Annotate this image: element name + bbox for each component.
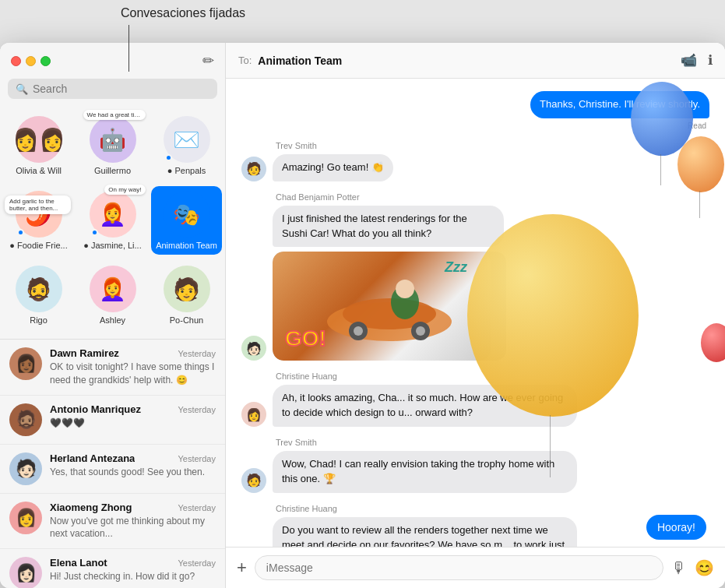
traffic-lights — [11, 56, 51, 66]
chad-content: I just finished the latest renderings fo… — [273, 206, 629, 361]
pinned-item-penpals[interactable]: ✉️ ● Penpals — [151, 111, 222, 180]
bubble-chad-1: I just finished the latest renderings fo… — [273, 206, 504, 248]
search-input[interactable] — [33, 83, 209, 95]
pinned-name-olivia-will: Olivia & Will — [16, 166, 62, 175]
message-input[interactable] — [255, 555, 663, 580]
pinned-item-olivia-will[interactable]: 👩‍👩 Olivia & Will — [3, 111, 74, 180]
sidebar: ✏ 🔍 👩‍👩 Olivia & Will 🤖 — [0, 43, 226, 588]
annotation-text: Convesaciones fijadas — [121, 6, 245, 19]
sushi-car-image: GO! Zzz — [273, 252, 491, 361]
avatar-dawn-ramirez: 👩🏾 — [9, 347, 42, 380]
conv-content-antonio-manriquez: Antonio Manriquez Yesterday 🖤🖤🖤 — [50, 403, 216, 430]
pinned-name-penpals: ● Penpals — [167, 166, 206, 175]
emoji-button[interactable]: 😊 — [695, 558, 714, 577]
msg-group-trev-2: Trev Smith 🧑 Wow, Chad! I can really env… — [241, 438, 709, 493]
pinned-item-guillermo[interactable]: 🤖 We had a great time. Home with... Guil… — [77, 111, 148, 180]
input-bar: + 🎙 😊 — [226, 547, 725, 588]
minimize-button[interactable] — [26, 56, 36, 66]
add-attachment-button[interactable]: + — [237, 558, 247, 578]
avatar-herland-antezana: 🧑🏻 — [9, 452, 42, 485]
pinned-item-jasmine-li[interactable]: 👩‍🦰 On my way! ● Jasmine, Li... — [77, 186, 148, 255]
pinned-section: 👩‍👩 Olivia & Will 🤖 We had a great time.… — [0, 105, 225, 340]
fullscreen-button[interactable] — [40, 56, 51, 66]
conv-time-xiaomeng-zhong: Yesterday — [178, 503, 216, 512]
conv-preview-elena-lanot: Hi! Just checking in. How did it go? — [50, 570, 216, 583]
pinned-item-rigo[interactable]: 🧔 Rigo — [3, 261, 74, 329]
audio-input-button[interactable]: 🎙 — [671, 559, 687, 577]
conv-content-elena-lanot: Elena Lanot Yesterday Hi! Just checking … — [50, 557, 216, 583]
conversation-list: 👩🏾 Dawn Ramirez Yesterday OK to visit to… — [0, 340, 225, 588]
jasmine-badge — [91, 229, 98, 236]
conv-preview-xiaomeng-zhong: Now you've got me thinking about my next… — [50, 515, 216, 541]
pinned-item-animation-team[interactable]: 🎭 Animation Team — [151, 186, 222, 255]
avatar-animation-team: 🎭 — [164, 191, 210, 238]
info-button[interactable]: ℹ — [708, 52, 713, 69]
pinned-grid-row3: 🧔 Rigo 👩‍🦰 Ashley 🧑 Po-Chun — [0, 258, 225, 333]
conv-item-antonio-manriquez[interactable]: 🧔🏽 Antonio Manriquez Yesterday 🖤🖤🖤 — [0, 396, 225, 445]
conv-time-herland-antezana: Yesterday — [178, 454, 216, 463]
avatar-ashley: 👩‍🦰 — [90, 266, 136, 312]
chat-header-actions: 📹 ℹ — [681, 52, 713, 69]
avatar-rigo: 🧔 — [16, 266, 62, 312]
avatar-christine-1: 👩 — [241, 402, 266, 427]
msg-group-trev-1: Trev Smith 🧑 Amazing! Go team! 👏 — [241, 141, 709, 181]
pinned-name-po-chun: Po-Chun — [170, 315, 203, 325]
pinned-name-ashley: Ashley — [100, 315, 125, 325]
conv-preview-herland-antezana: Yes, that sounds good! See you then. — [50, 466, 216, 479]
pinned-name-rigo: Rigo — [30, 315, 48, 325]
chat-to-label: To: — [238, 55, 252, 66]
pinned-item-po-chun[interactable]: 🧑 Po-Chun — [151, 261, 222, 329]
conv-time-elena-lanot: Yesterday — [178, 558, 216, 568]
pinned-grid-row2: Add garlic to the butter, and then... 🌶️… — [0, 183, 225, 258]
compose-button[interactable]: ✏ — [202, 52, 214, 69]
video-call-button[interactable]: 📹 — [681, 52, 697, 69]
conv-item-xiaomeng-zhong[interactable]: 👩 Xiaomeng Zhong Yesterday Now you've go… — [0, 494, 225, 550]
chat-recipient: Animation Team — [258, 55, 342, 67]
msg-row-christine-1: 👩 Ah, it looks amazing, Cha... it so muc… — [241, 385, 709, 427]
conv-preview-antonio-manriquez: 🖤🖤🖤 — [50, 417, 216, 430]
search-icon: 🔍 — [16, 83, 28, 95]
sushi-car-svg — [319, 275, 459, 345]
sender-name-chad-1: Chad Benjamin Potter — [276, 192, 709, 202]
conv-content-xiaomeng-zhong: Xiaomeng Zhong Yesterday Now you've got … — [50, 502, 216, 541]
conv-item-dawn-ramirez[interactable]: 👩🏾 Dawn Ramirez Yesterday OK to visit to… — [0, 340, 225, 396]
msg-row-christine-2: 👩 Do you want to review all the renders … — [241, 517, 709, 547]
conv-name-xiaomeng-zhong: Xiaomeng Zhong — [50, 502, 132, 513]
msg-group-christine-1: Christine Huang 👩 Ah, it looks amazing, … — [241, 371, 709, 427]
conv-name-antonio-manriquez: Antonio Manriquez — [50, 403, 141, 415]
bubble-trev-1: Amazing! Go team! 👏 — [273, 154, 393, 181]
chat-header: To: Animation Team 📹 ℹ — [226, 43, 725, 79]
foodie-tooltip: Add garlic to the butter, and then... — [5, 195, 71, 214]
zzz-sticker: Zzz — [445, 259, 467, 276]
avatar-elena-lanot: 👩🏻 — [9, 557, 42, 588]
conv-item-herland-antezana[interactable]: 🧑🏻 Herland Antezana Yesterday Yes, that … — [0, 445, 225, 494]
msg-row-trev-2: 🧑 Wow, Chad! I can really envision takin… — [241, 451, 709, 493]
pinned-item-foodie-friends[interactable]: Add garlic to the butter, and then... 🌶️… — [3, 186, 74, 255]
pinned-grid-row1: 👩‍👩 Olivia & Will 🤖 We had a great time.… — [0, 108, 225, 183]
avatar-trev-1: 🧑 — [241, 157, 266, 181]
sender-name-christine-1: Christine Huang — [276, 371, 709, 381]
close-button[interactable] — [11, 56, 21, 66]
conv-content-dawn-ramirez: Dawn Ramirez Yesterday OK to visit tonig… — [50, 347, 216, 387]
sender-name-christine-2: Christine Huang — [276, 504, 709, 513]
read-label: Read — [241, 121, 706, 130]
messages-window: ✏ 🔍 👩‍👩 Olivia & Will 🤖 — [0, 43, 725, 588]
msg-row-outgoing-1: Thanks, Christine. I'll review shortly. — [241, 91, 709, 118]
bubble-christine-1: Ah, it looks amazing, Cha... it so much.… — [273, 385, 577, 427]
conv-preview-dawn-ramirez: OK to visit tonight? I have some things … — [50, 361, 216, 387]
conv-name-dawn-ramirez: Dawn Ramirez — [50, 347, 119, 359]
image-bubble-chad: GO! Zzz — [273, 252, 506, 361]
titlebar: ✏ — [0, 43, 225, 76]
annotation-label: Convesaciones fijadas — [121, 6, 245, 20]
pinned-name-jasmine-li: ● Jasmine, Li... — [83, 241, 142, 250]
pinned-name-foodie-friends: ● Foodie Frie... — [9, 241, 68, 250]
pinned-item-ashley[interactable]: 👩‍🦰 Ashley — [77, 261, 148, 329]
msg-row-chad-1: 🧑🏻 I just finished the latest renderings… — [241, 206, 709, 361]
svg-point-7 — [396, 280, 414, 298]
pinned-name-guillermo: Guillermo — [94, 166, 131, 175]
messages-area[interactable]: Thanks, Christine. I'll review shortly. … — [226, 79, 725, 547]
conv-item-elena-lanot[interactable]: 👩🏻 Elena Lanot Yesterday Hi! Just checki… — [0, 549, 225, 588]
jasmine-mini-bubble: On my way! — [104, 185, 145, 195]
avatar-chad-1: 🧑🏻 — [241, 336, 266, 361]
annotation-line — [128, 25, 129, 72]
